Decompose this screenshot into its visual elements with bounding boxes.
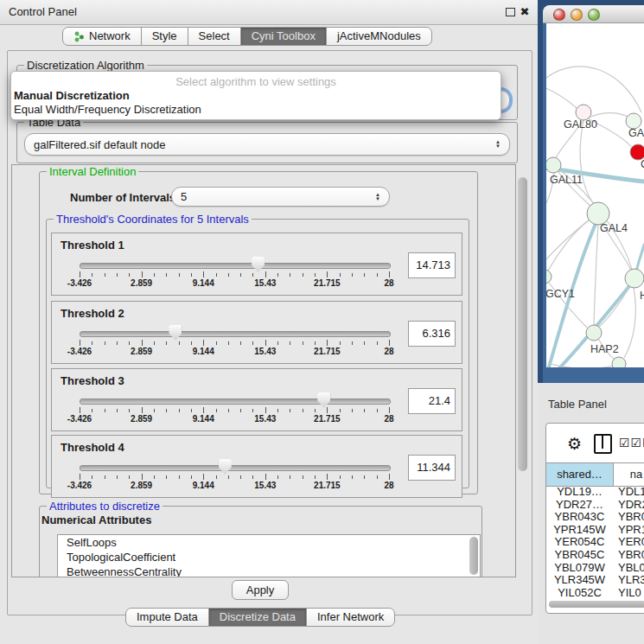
network-node[interactable] <box>546 270 552 284</box>
tab-jactivemnodules[interactable]: jActiveMNodules <box>326 27 432 46</box>
minor-tick <box>290 273 290 277</box>
table-row[interactable]: YPR145WYPR1 <box>546 523 644 536</box>
minimize-traffic-light[interactable] <box>571 9 583 21</box>
threshold-slider-track[interactable] <box>80 465 391 471</box>
panel-scrollbar[interactable] <box>518 177 527 471</box>
minor-tick <box>179 341 180 345</box>
network-node[interactable] <box>586 325 602 341</box>
network-node-label: GAL11 <box>550 174 583 186</box>
tab-network[interactable]: Network <box>62 27 142 46</box>
gear-icon[interactable]: ⚙ <box>567 434 582 454</box>
major-tick <box>327 407 328 413</box>
minor-tick <box>228 341 229 345</box>
algorithm-option[interactable]: Manual Discretization <box>14 89 130 102</box>
checkbox-icons[interactable]: ☑☑☑ <box>619 436 644 450</box>
threshold-value-field[interactable]: 14.713 <box>408 252 456 278</box>
zoom-traffic-light[interactable] <box>588 9 600 21</box>
tick-label: 21.715 <box>305 481 348 490</box>
bottom-tab-impute-data[interactable]: Impute Data <box>125 608 209 627</box>
tick-label: 28 <box>367 414 411 424</box>
minor-tick <box>216 341 217 345</box>
cell-shared-name: YDL19… <box>546 485 613 498</box>
tick-label: 21.715 <box>305 278 348 288</box>
num-intervals-combobox[interactable]: 5 ▲▼ <box>171 187 390 207</box>
threshold-slider-thumb[interactable] <box>219 459 232 475</box>
cell-name: YIL0 <box>613 586 641 598</box>
minor-tick <box>315 341 316 345</box>
cell-name: YER0 <box>613 535 644 548</box>
bottom-tab-discretize-data[interactable]: Discretize Data <box>208 608 307 627</box>
major-tick <box>142 271 143 277</box>
numerical-attributes-list[interactable]: SelfLoopsTopologicalCoefficientBetweenne… <box>57 534 481 577</box>
threshold-value-field[interactable]: 11.344 <box>408 455 456 481</box>
cell-shared-name: YBR043C <box>546 510 613 523</box>
network-node[interactable] <box>612 357 626 367</box>
threshold-slider-track[interactable] <box>80 399 391 405</box>
table-row[interactable]: YBL079WYBL0 <box>546 561 644 574</box>
network-node-label: GA <box>628 127 644 139</box>
major-tick <box>142 474 143 480</box>
minor-tick <box>277 409 278 412</box>
attributes-scrollbar[interactable] <box>469 537 478 575</box>
minor-tick <box>364 409 365 412</box>
attribute-list-item[interactable]: BetweennessCentrality <box>58 564 480 577</box>
network-node[interactable] <box>625 269 644 288</box>
threshold-value-field[interactable]: 21.4 <box>408 388 456 414</box>
cell-shared-name: YER054C <box>546 535 613 548</box>
table-row[interactable]: YDL19…YDL1 <box>546 485 644 498</box>
network-node[interactable] <box>546 157 561 173</box>
minor-tick <box>228 273 229 277</box>
threshold-slider-thumb[interactable] <box>317 392 330 408</box>
threshold-slider-track[interactable] <box>80 263 391 269</box>
minor-tick <box>364 273 365 277</box>
column-header-shared-name[interactable]: shared… <box>546 463 614 486</box>
panel-title: Control Panel <box>9 5 77 18</box>
bottom-tab-infer-network[interactable]: Infer Network <box>306 608 395 627</box>
close-traffic-light[interactable] <box>553 9 565 21</box>
minor-tick <box>228 475 229 479</box>
table-row[interactable]: YLR345WYLR3 <box>546 573 644 586</box>
algorithm-dropdown-popup: Select algorithm to view settings Manual… <box>10 71 501 120</box>
tab-style[interactable]: Style <box>141 27 188 46</box>
attribute-list-item[interactable]: TopologicalCoefficient <box>58 550 480 564</box>
minor-tick <box>303 273 303 277</box>
close-icon[interactable]: ✖ <box>519 6 531 18</box>
network-canvas[interactable]: GAL80GACGAL11GAL4GCY1HHAP2 <box>546 23 644 367</box>
split-view-icon[interactable] <box>594 434 612 454</box>
table-row[interactable]: YDR27…YDR2 <box>546 498 644 511</box>
column-header-name[interactable]: na <box>614 463 644 486</box>
major-tick <box>80 271 80 277</box>
minor-tick <box>277 273 278 277</box>
minor-tick <box>129 409 130 412</box>
apply-button[interactable]: Apply <box>232 580 289 600</box>
table-data-combobox[interactable]: galFiltered.sif default node ▲▼ <box>24 133 510 156</box>
table-row[interactable]: YBR045CYBR0 <box>546 548 644 561</box>
threshold-value-field[interactable]: 6.316 <box>408 321 456 347</box>
table-horizontal-scrollbar[interactable] <box>549 601 644 608</box>
threshold-slider-track[interactable] <box>80 331 391 337</box>
table-row[interactable]: YBR043CYBR0 <box>546 510 644 523</box>
tab-select[interactable]: Select <box>188 27 241 46</box>
network-node-label: C <box>641 158 644 170</box>
threshold-label: Threshold 3 <box>61 374 124 387</box>
minor-tick <box>166 475 167 479</box>
major-tick <box>327 340 328 346</box>
minor-tick <box>228 409 229 412</box>
minor-tick <box>240 475 241 479</box>
minor-tick <box>216 273 217 277</box>
thresholds-group-title: Threshold's Coordinates for 5 Intervals <box>54 213 252 226</box>
minor-tick <box>290 409 290 412</box>
minor-tick <box>252 273 253 277</box>
network-window-titlebar[interactable] <box>543 5 644 23</box>
attribute-list-item[interactable]: SelfLoops <box>58 535 480 550</box>
tab-cyni-toolbox[interactable]: Cyni Toolbox <box>240 27 327 46</box>
threshold-slider-thumb[interactable] <box>252 257 265 272</box>
minor-tick <box>92 341 92 345</box>
table-row[interactable]: YER054CYER0 <box>546 535 644 548</box>
threshold-slider-thumb[interactable] <box>169 325 182 341</box>
minor-tick <box>252 341 253 345</box>
algorithm-option[interactable]: Equal Width/Frequency Discretization <box>14 103 201 116</box>
cell-shared-name: YBR045C <box>546 548 613 561</box>
table-row[interactable]: YIL052CYIL0 <box>546 586 644 598</box>
float-window-icon[interactable] <box>504 6 516 18</box>
